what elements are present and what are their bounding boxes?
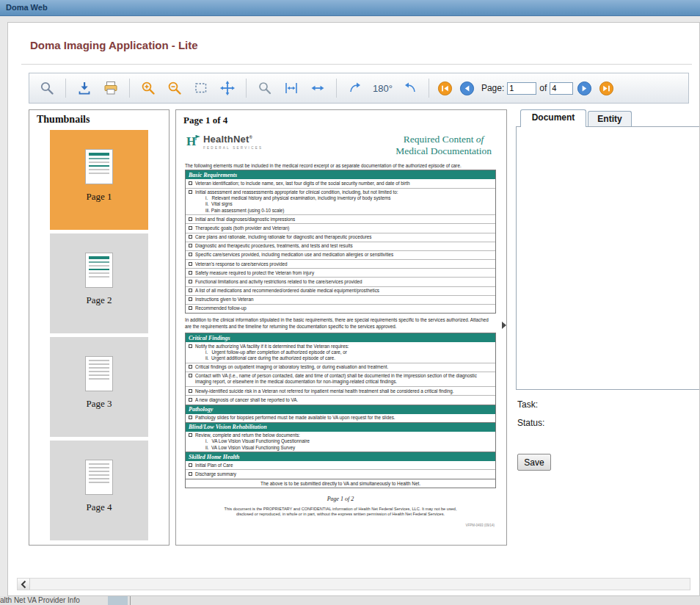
scroll-left-button[interactable] — [18, 579, 30, 590]
zoom-in-icon — [140, 80, 156, 96]
doc-section: Skilled Home HealthInitial Plan of CareD… — [185, 452, 496, 479]
doc-row-subitem: i. VA Low Vision Visual Functioning Ques… — [205, 438, 310, 444]
toolbar-separator — [246, 79, 247, 98]
thumbnail-label: Page 1 — [50, 191, 148, 203]
zoom-out-button[interactable] — [163, 76, 186, 101]
doc-row-text: Review, complete and return the below do… — [195, 432, 310, 451]
doc-section: Blind/Low Vision RehabilitationReview, c… — [185, 423, 496, 453]
doc-page-note: Page 1 of 2 — [185, 496, 496, 502]
doc-section-header: Pathology — [186, 405, 495, 414]
doma-dialog: Doma Imaging Application - Lite — [7, 22, 700, 596]
checkbox-icon — [189, 271, 192, 275]
doc-submit-note: The above is to be submitted directly to… — [185, 479, 496, 488]
thumbnails-title: Thumbnails — [29, 110, 169, 126]
doc-row: Functional limitations and activity rest… — [186, 277, 495, 286]
toolbar-separator — [129, 79, 130, 98]
rotate-cw-button[interactable] — [343, 76, 367, 101]
page-number-input[interactable] — [507, 82, 536, 95]
checkbox-icon — [189, 389, 192, 393]
window-titlebar[interactable]: Doma Web — [0, 0, 700, 16]
pan-button[interactable] — [216, 76, 239, 101]
doc-row: Therapeutic goals (both provider and Vet… — [186, 223, 495, 232]
checkbox-icon — [189, 190, 192, 194]
document-viewer[interactable]: Page 1 of 4 H HealthNet® FEDERAL SERVICE… — [175, 109, 507, 546]
rotate-180-label[interactable]: 180° — [373, 83, 393, 94]
magnifier-button[interactable] — [253, 76, 277, 101]
thumbnail-label: Page 3 — [50, 398, 148, 410]
doc-row: Newly-identified suicide risk in a Veter… — [186, 386, 495, 395]
checkbox-icon — [189, 217, 192, 221]
prev-page-button[interactable] — [458, 77, 477, 99]
last-page-icon — [599, 81, 614, 96]
thumbnail-preview — [85, 253, 113, 288]
checkbox-icon — [189, 253, 192, 256]
doc-row: A new diagnosis of cancer shall be repor… — [186, 395, 495, 404]
footer-strip: alth Net VA Provider Info — [0, 596, 700, 605]
thumbnail-page-2[interactable]: Page 2 — [50, 233, 148, 333]
last-page-button[interactable] — [597, 77, 616, 99]
thumbnail-page-3[interactable]: Page 3 — [50, 337, 148, 437]
checkbox-icon — [189, 365, 192, 369]
doc-row: Initial Plan of Care — [186, 461, 495, 469]
print-button[interactable] — [99, 76, 123, 101]
doc-row: Safety measure required to protect the V… — [186, 268, 495, 277]
select-region-button[interactable] — [189, 76, 213, 101]
thumbnail-page-4[interactable]: Page 4 — [50, 441, 148, 540]
panel-collapse-handle[interactable] — [502, 322, 506, 329]
save-button[interactable]: Save — [517, 454, 551, 471]
checkbox-icon — [189, 280, 192, 283]
doc-section: PathologyPathology slides for biopsies p… — [185, 405, 496, 423]
page-label: Page: — [481, 83, 504, 93]
thumbnail-label: Page 4 — [50, 501, 148, 513]
document-page: H HealthNet® FEDERAL SERVICES Required C… — [185, 131, 496, 527]
healthnet-logo-icon: H — [186, 134, 201, 148]
window-title: Doma Web — [0, 0, 700, 15]
doc-section-header: Skilled Home Health — [186, 452, 495, 461]
page-total-input[interactable] — [550, 82, 573, 95]
save-button[interactable] — [73, 76, 96, 101]
magnifier-icon — [257, 80, 273, 96]
doc-section: Basic RequirementsVeteran identification… — [185, 170, 496, 314]
zoom-in-button[interactable] — [136, 76, 160, 101]
checkbox-icon — [189, 289, 192, 292]
doc-disclaimer-line1: This document is the PROPRIETARY and CON… — [185, 507, 496, 512]
fit-width-button[interactable] — [280, 76, 303, 101]
doc-disclaimer-line2: disclosed or reproduced, in whole or in … — [185, 512, 496, 518]
fit-width-icon — [283, 80, 299, 96]
chevron-left-icon — [19, 579, 28, 590]
toolbar-separator — [429, 79, 429, 98]
healthnet-wordmark: HealthNet® FEDERAL SERVICES — [203, 134, 263, 150]
download-icon — [76, 80, 92, 96]
svg-text:H: H — [186, 134, 196, 148]
doc-row-text: Care plans and rationale, including rati… — [195, 234, 371, 240]
tab-document[interactable]: Document — [520, 109, 586, 127]
brand-name: HealthNet — [203, 134, 249, 145]
zoom-tool-button[interactable] — [35, 76, 59, 101]
doc-body: Basic RequirementsVeteran identification… — [185, 170, 496, 488]
next-page-button[interactable] — [575, 77, 594, 99]
doc-row-text: Specific care/services provided, includi… — [195, 252, 393, 258]
first-page-button[interactable] — [436, 77, 455, 99]
zoom-out-icon — [167, 80, 183, 96]
doc-row: Review, complete and return the below do… — [186, 432, 495, 452]
doc-row-text: Critical findings on outpatient imaging … — [195, 364, 388, 370]
checkbox-icon — [189, 244, 192, 247]
doc-row-text: Notify the authorizing VA facility if it… — [195, 344, 349, 362]
checkbox-icon — [189, 226, 192, 230]
doc-row: Critical findings on outpatient imaging … — [186, 363, 495, 372]
task-label: Task: — [517, 399, 538, 410]
rotate-ccw-button[interactable] — [398, 76, 422, 101]
thumbnail-page-1[interactable]: Page 1 — [50, 130, 148, 230]
doc-row: Notify the authorizing VA facility if it… — [186, 342, 495, 363]
next-page-icon — [577, 81, 592, 96]
doc-row: Initial assessment and reassessments app… — [186, 188, 495, 215]
horizontal-scrollbar[interactable] — [17, 578, 690, 590]
doc-row-text: A new diagnosis of cancer shall be repor… — [195, 397, 298, 403]
fit-page-button[interactable] — [306, 76, 329, 101]
prev-page-icon — [459, 81, 475, 96]
tab-entity[interactable]: Entity — [588, 111, 632, 127]
thumbnail-preview — [85, 460, 113, 495]
checkbox-icon — [189, 472, 192, 476]
checkbox-icon — [189, 297, 192, 301]
doc-row-subitem: ii. Urgent additional care during the au… — [205, 355, 349, 361]
